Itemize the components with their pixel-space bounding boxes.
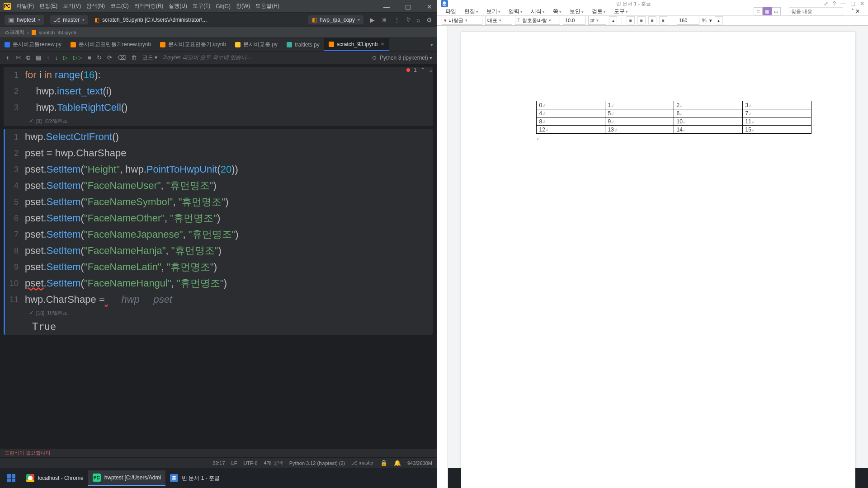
table-cell[interactable]: 5↲	[605, 109, 674, 117]
lock-icon[interactable]: 🔒	[380, 460, 387, 466]
line-separator[interactable]: LF	[231, 460, 237, 466]
code-cell-1[interactable]: 1for i in range(16): 2 hwp.insert_text(i…	[4, 67, 433, 126]
hwp-menu-view[interactable]: 보기▾	[486, 8, 500, 15]
page-1[interactable]: 0↲1↲2↲3↲4↲5↲6↲7↲8↲9↲10↲11↲12↲13↲14↲15↲ ↲	[461, 32, 855, 488]
menu-file[interactable]: 파일(F)	[16, 2, 34, 10]
view-mode-3[interactable]: ▭	[772, 7, 781, 15]
table-row[interactable]: 4↲5↲6↲7↲	[536, 109, 811, 117]
toolbar-chevron-icon[interactable]: ˄ ✕	[851, 8, 860, 14]
hwp-menu-page[interactable]: 쪽▾	[553, 8, 561, 15]
table-cell[interactable]: 15↲	[742, 126, 811, 134]
close-icon[interactable]: ✕	[427, 3, 433, 9]
code-cell-2[interactable]: 1hwp.SelectCtrlFront() 2pset = hwp.CharS…	[4, 129, 433, 335]
table-cell[interactable]: 9↲	[605, 117, 674, 126]
settings-icon[interactable]: ⚙	[426, 16, 432, 23]
git-branch-status[interactable]: ⎇ master	[351, 460, 374, 466]
run-cell-icon[interactable]: ▷	[63, 54, 68, 61]
current-file-crumb[interactable]: ◧ scratch_93.ipynb [C:\Users\Administrat…	[94, 17, 207, 23]
table-cell[interactable]: 6↲	[674, 109, 742, 117]
menu-help[interactable]: 도움말(H)	[255, 2, 279, 10]
table-row[interactable]: 12↲13↲14↲15↲	[536, 126, 811, 134]
page-scroll-area[interactable]: 0↲1↲2↲3↲4↲5↲6↲7↲8↲9↲10↲11↲12↲13↲14↲15↲ ↲	[448, 26, 868, 488]
document-table[interactable]: 0↲1↲2↲3↲4↲5↲6↲7↲8↲9↲10↲11↲12↲13↲14↲15↲	[536, 101, 811, 134]
indent[interactable]: 4개 공백	[264, 460, 283, 466]
more-icon[interactable]: ⋮	[394, 16, 400, 23]
memory-indicator[interactable]: 943/2600M	[407, 460, 432, 466]
taskbar-task[interactable]: PChwptest [C:/Users/Admi	[88, 470, 165, 486]
interpreter[interactable]: Python 3.12 (hwptest) (2)	[289, 460, 345, 466]
expand-down-icon[interactable]: ⌄	[429, 67, 433, 73]
notifications-icon[interactable]: 🔔	[394, 460, 401, 466]
table-cell[interactable]: 11↲	[742, 117, 811, 126]
tab-file-1[interactable]: 문서비교표만들기renew.ipynb	[66, 38, 156, 51]
minimize-icon[interactable]: ―	[840, 0, 846, 7]
menu-refactor[interactable]: 리팩터링(R)	[134, 2, 164, 10]
search-input[interactable]	[789, 7, 843, 15]
table-cell[interactable]: 0↲	[536, 101, 605, 109]
compact-icon[interactable]: ⤢	[824, 0, 828, 7]
tabs-dropdown-icon[interactable]: ▾	[427, 38, 437, 51]
hwp-menu-input[interactable]: 입력▾	[509, 8, 523, 15]
menu-git[interactable]: Git(G)	[216, 3, 231, 9]
hwp-menu-security[interactable]: 보안▾	[570, 8, 584, 15]
menu-navigate[interactable]: 탐색(N)	[86, 2, 105, 10]
account-icon[interactable]: ⍢	[406, 16, 410, 23]
delete-cell-icon[interactable]: 🗑	[131, 54, 137, 61]
menu-tools[interactable]: 도구(T)	[193, 2, 210, 10]
table-cell[interactable]: 7↲	[742, 109, 811, 117]
caret-position[interactable]: 22:17	[212, 460, 225, 466]
zoom-dropdown[interactable]: 160	[677, 16, 699, 25]
tab-file-4[interactable]: traitlets.py	[282, 38, 324, 51]
font-unit-dropdown[interactable]: pt▾	[588, 16, 606, 25]
table-cell[interactable]: 4↲	[536, 109, 605, 117]
table-cell[interactable]: 1↲	[605, 101, 674, 109]
clear-output-icon[interactable]: ⌫	[118, 54, 126, 61]
paste-icon[interactable]: ▤	[36, 54, 41, 61]
crumb-root[interactable]: 스크래치	[5, 29, 24, 36]
hwp-menu-edit[interactable]: 편집▾	[464, 8, 478, 15]
inspection-summary[interactable]: 1 ⌃ ⌄	[406, 67, 433, 73]
table-row[interactable]: 8↲9↲10↲11↲	[536, 117, 811, 126]
table-cell[interactable]: 13↲	[605, 126, 674, 134]
table-cell[interactable]: 12↲	[536, 126, 605, 134]
expand-up-icon[interactable]: ⌃	[420, 67, 425, 73]
align-left-icon[interactable]: ≡	[627, 16, 635, 24]
menu-view[interactable]: 보기(V)	[63, 2, 81, 10]
font-size-dropdown[interactable]: 10.0	[563, 16, 585, 25]
horizontal-ruler[interactable]: 141312111098765432112345	[437, 25, 868, 26]
restart-icon[interactable]: ↻	[97, 54, 102, 61]
add-cell-icon[interactable]: ＋	[5, 54, 10, 62]
stop-icon[interactable]: ■	[88, 54, 91, 61]
kernel-selector[interactable]: Python 3 (ipykernel) ▾	[380, 55, 432, 61]
align-right-icon[interactable]: ≡	[648, 16, 656, 24]
chevron-down-icon[interactable]: ▾	[709, 18, 712, 23]
table-cell[interactable]: 8↲	[536, 117, 605, 126]
start-button[interactable]	[4, 470, 19, 486]
menu-edit[interactable]: 편집(E)	[39, 2, 57, 10]
move-up-icon[interactable]: ↑	[47, 54, 50, 61]
close-tab-icon[interactable]: ✕	[381, 42, 384, 47]
hwp-menu-format[interactable]: 서식▾	[531, 8, 545, 15]
font-dropdown[interactable]: T함초롬바탕▾	[515, 16, 560, 25]
table-row[interactable]: 0↲1↲2↲3↲	[536, 101, 811, 109]
zoom-step-icon[interactable]: ▴	[715, 16, 723, 24]
view-mode-1[interactable]: ≣	[754, 7, 763, 15]
menu-window[interactable]: 창(W)	[236, 2, 250, 10]
crumb-file[interactable]: scratch_93.ipynb	[39, 30, 76, 35]
hwp-menu-file[interactable]: 파일	[445, 8, 456, 15]
align-center-icon[interactable]: ≡	[637, 16, 646, 24]
table-cell[interactable]: 2↲	[674, 101, 742, 109]
hwp-menu-review[interactable]: 검토▾	[592, 8, 606, 15]
encoding[interactable]: UTF-8	[243, 460, 257, 466]
minimize-icon[interactable]: ―	[383, 3, 390, 9]
style-dropdown[interactable]: ▾바탕글▾	[442, 16, 482, 25]
debug-icon[interactable]: ⛯	[381, 16, 387, 23]
menu-run[interactable]: 실행(U)	[169, 2, 187, 10]
project-selector[interactable]: ▣ hwptest ▾	[5, 15, 44, 25]
search-icon[interactable]: ⌕	[416, 16, 420, 23]
restart-run-icon[interactable]: ⟳	[107, 54, 112, 61]
tab-file-3[interactable]: 문서비교툴.py	[231, 38, 282, 51]
run-config-selector[interactable]: ◧ hwp_rpa_copy ▾	[308, 15, 363, 24]
copy-icon[interactable]: ⧉	[26, 54, 30, 61]
vertical-ruler[interactable]	[437, 26, 448, 488]
